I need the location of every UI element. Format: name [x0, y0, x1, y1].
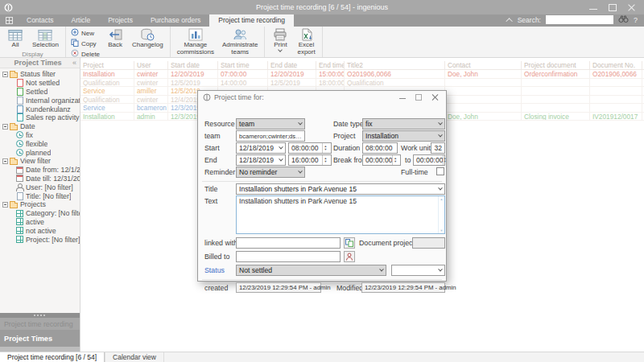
tree-expander-icon[interactable]: [2, 72, 8, 77]
table-row[interactable]: Installationcwinter12/20/201907:00:0012/…: [80, 70, 644, 79]
column-header[interactable]: Document No.: [590, 61, 642, 69]
close-icon[interactable]: [628, 4, 636, 11]
resource-select[interactable]: team: [236, 118, 305, 130]
tree-item[interactable]: User: [No filter]: [0, 183, 80, 191]
linked-with-field[interactable]: [236, 237, 341, 249]
new-button[interactable]: New: [71, 28, 100, 38]
bottom-tab-calendar-view[interactable]: Calendar view: [105, 352, 164, 362]
copy-button[interactable]: Copy: [71, 39, 100, 48]
column-header[interactable]: User: [134, 61, 168, 69]
end-date-field[interactable]: 12/18/2019: [236, 154, 286, 166]
tab-article[interactable]: Article: [63, 14, 100, 27]
dialog-minimize-icon[interactable]: [399, 95, 406, 99]
tree-item[interactable]: Date from: 12/1/2019: [0, 166, 80, 175]
tab-purchase-orders[interactable]: Purchase orders: [142, 14, 209, 27]
tree-item[interactable]: flexible: [0, 139, 80, 148]
table-row[interactable]: Qualificationcwinter12/5/201914:00:0012/…: [80, 79, 644, 88]
tree-item[interactable]: Project: [No filter]: [0, 235, 80, 244]
link-record-button[interactable]: [344, 237, 355, 249]
column-header[interactable]: Project: [80, 61, 134, 69]
tree-item[interactable]: Sales rep activity: [0, 113, 80, 122]
work-unit-field[interactable]: 32: [431, 142, 445, 154]
changelog-button[interactable]: Changelog: [129, 27, 167, 50]
spinner-icon[interactable]: ▴▾: [322, 143, 328, 153]
full-time-checkbox[interactable]: [436, 167, 444, 175]
scrollbar[interactable]: ▴▾: [438, 196, 444, 233]
panel-project-time-recording[interactable]: Project time recording: [0, 318, 80, 330]
break-to-field[interactable]: 00:00:00▴▾: [413, 154, 445, 166]
team-more-button[interactable]: …: [295, 133, 302, 140]
tab-project-time-recording[interactable]: Project time recording: [209, 14, 294, 27]
dialog-close-icon[interactable]: [431, 94, 438, 101]
column-header[interactable]: End date: [268, 61, 316, 69]
column-header[interactable]: End time: [316, 61, 345, 69]
status-extra-select[interactable]: [391, 265, 445, 276]
spinner-icon[interactable]: ▴▾: [392, 155, 398, 165]
tree-item[interactable]: active: [0, 218, 80, 227]
tree-expander-icon[interactable]: [2, 158, 8, 164]
column-header[interactable]: Project document: [522, 61, 590, 69]
duration-field[interactable]: 08:00:00: [362, 142, 398, 154]
tab-contacts[interactable]: Contacts: [18, 14, 63, 27]
column-header[interactable]: Start date: [168, 61, 218, 69]
print-button[interactable]: Print: [268, 27, 292, 52]
break-from-value: 00:00:00: [365, 156, 392, 164]
break-from-field[interactable]: 00:00:00▴▾: [362, 154, 401, 166]
tree-item[interactable]: Settled: [0, 88, 80, 97]
title-combo[interactable]: Installation shutters in Park Avenue 15: [236, 183, 445, 195]
panel-splitter[interactable]: [0, 313, 80, 318]
date-type-select[interactable]: fix: [362, 118, 445, 130]
administrate-teams-button[interactable]: Administrate teams: [219, 27, 261, 56]
sidebar-collapse-icon[interactable]: «: [72, 59, 76, 67]
tree-item[interactable]: Internal organization: [0, 96, 80, 105]
start-date-field[interactable]: 12/18/2019: [236, 142, 286, 154]
tree-item[interactable]: Date till: 12/31/2019: [0, 175, 80, 183]
team-field[interactable]: bcameron;cwinter;dsmith …: [236, 130, 305, 142]
status-label[interactable]: Status: [204, 266, 225, 274]
dialog-maximize-icon[interactable]: [415, 94, 422, 101]
project-select[interactable]: Installation: [362, 130, 445, 142]
tree-item[interactable]: not active: [0, 226, 80, 235]
column-header[interactable]: Title2: [345, 61, 445, 69]
tree-expander-icon[interactable]: [2, 124, 8, 130]
tree-item[interactable]: Not settled: [0, 79, 80, 88]
billed-to-field[interactable]: [236, 251, 341, 262]
minimize-icon[interactable]: [589, 5, 597, 10]
binoculars-icon[interactable]: [618, 14, 629, 25]
search-input[interactable]: [546, 15, 613, 24]
tree-item[interactable]: Kundenkulanz: [0, 105, 80, 113]
tree-item[interactable]: fix: [0, 131, 80, 140]
column-header[interactable]: Start time: [218, 61, 268, 69]
maximize-icon[interactable]: [609, 4, 617, 11]
spinner-icon[interactable]: ▴▾: [322, 155, 328, 165]
tree-item[interactable]: planned: [0, 148, 80, 157]
end-time-field[interactable]: 16:00:00▴▾: [288, 154, 332, 166]
spinner-icon[interactable]: ▴▾: [443, 155, 445, 165]
status-select[interactable]: Not settled: [236, 265, 386, 276]
tree-item[interactable]: Category: [No filter]: [0, 209, 80, 218]
tree-item[interactable]: Title: [No filter]: [0, 191, 80, 200]
collapse-ribbon-icon[interactable]: [506, 18, 512, 24]
tree-expander-icon[interactable]: [2, 202, 8, 208]
panel-project-times[interactable]: Project Times: [0, 330, 80, 347]
back-button[interactable]: Back: [103, 27, 127, 50]
tab-projects[interactable]: Projects: [99, 14, 142, 27]
text-label: Text: [204, 197, 217, 205]
tree-item[interactable]: Date: [0, 122, 80, 131]
tree-item[interactable]: Projects: [0, 200, 80, 209]
select-person-button[interactable]: [344, 251, 355, 262]
tree-item[interactable]: Status filter: [0, 70, 80, 79]
dialog-title-bar[interactable]: Project time for:: [198, 91, 446, 103]
start-time-field[interactable]: 08:00:00▴▾: [288, 142, 332, 154]
text-area[interactable]: Installation shutters in Park Avenue 15 …: [236, 195, 445, 234]
menu-grid-icon[interactable]: [6, 17, 13, 24]
tree-item[interactable]: View filter: [0, 157, 80, 166]
manage-commissions-button[interactable]: Manage commissions: [174, 27, 217, 56]
excel-export-button[interactable]: Excel export: [294, 27, 318, 56]
reminder-select[interactable]: No reminder: [236, 167, 305, 178]
column-header[interactable]: Contact: [445, 61, 522, 69]
help-icon[interactable]: ?: [634, 16, 638, 24]
bottom-tab-project-time-recording[interactable]: Project time recording [6 / 54]: [0, 352, 105, 362]
all-button[interactable]: All: [3, 27, 27, 50]
selection-button[interactable]: Selection: [29, 27, 62, 50]
